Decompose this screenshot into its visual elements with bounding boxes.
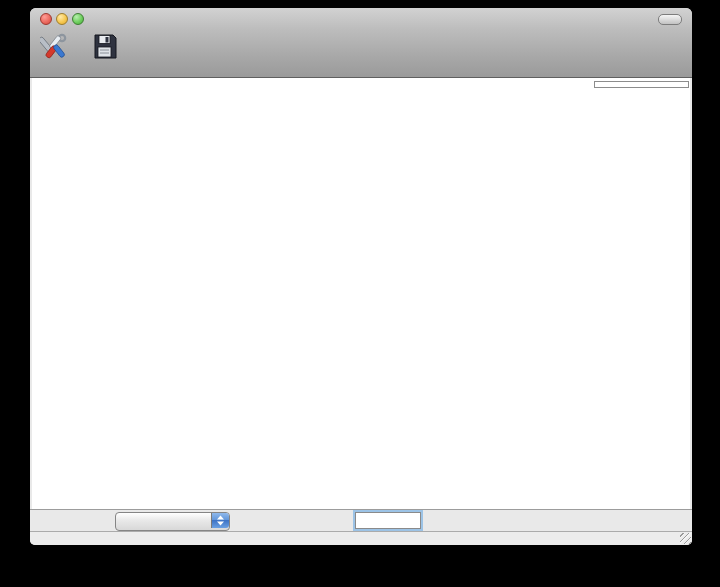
residue-range-dropdown[interactable] bbox=[115, 512, 230, 531]
plot-figure[interactable] bbox=[32, 78, 690, 509]
window-chrome bbox=[30, 8, 692, 78]
toolbar bbox=[30, 30, 692, 77]
desktop-background bbox=[0, 0, 720, 587]
toolbar-toggle-button[interactable] bbox=[658, 14, 682, 25]
dropdown-stepper-icon bbox=[211, 513, 229, 528]
plot-legend bbox=[594, 81, 689, 88]
status-bar bbox=[30, 531, 692, 545]
save-button[interactable] bbox=[90, 30, 120, 62]
app-window bbox=[30, 8, 692, 545]
tools-icon bbox=[40, 33, 70, 60]
resize-grip-icon[interactable] bbox=[680, 533, 691, 544]
show-hide-controls-button[interactable] bbox=[40, 30, 70, 62]
close-button[interactable] bbox=[40, 13, 52, 25]
zoom-residue-input[interactable] bbox=[355, 512, 421, 529]
zoom-button[interactable] bbox=[72, 13, 84, 25]
plot-canvas[interactable] bbox=[32, 78, 690, 509]
minimize-button[interactable] bbox=[56, 13, 68, 25]
titlebar[interactable] bbox=[30, 8, 692, 30]
controls-bar bbox=[30, 509, 692, 531]
save-icon bbox=[90, 33, 120, 60]
